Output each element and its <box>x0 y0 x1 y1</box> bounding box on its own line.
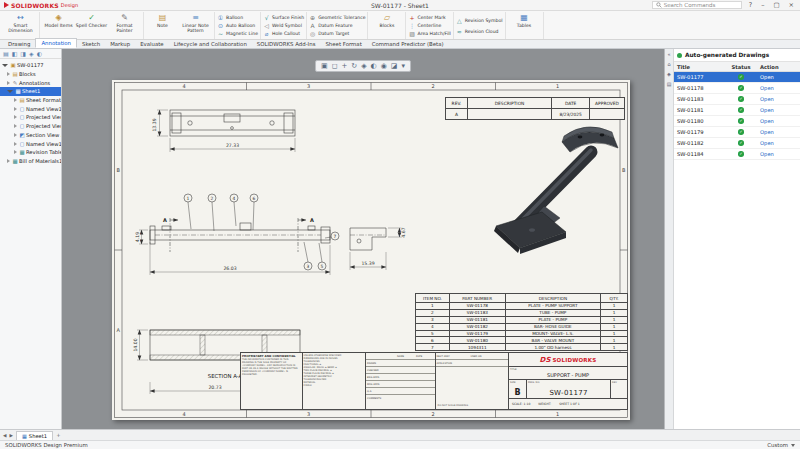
surface-finish-button[interactable]: √ Surface Finish <box>263 13 304 21</box>
center-mark-button[interactable]: + Center Mark <box>408 13 450 21</box>
hud-more-icon[interactable]: ▾ <box>401 62 405 70</box>
open-link[interactable]: Open <box>756 129 800 135</box>
drawing-row-sw-01178[interactable]: SW-01178 ✓ Open <box>674 83 800 94</box>
close-button[interactable]: × <box>787 1 796 9</box>
tree-item-annotations[interactable]: ✎ Annotations <box>0 78 61 87</box>
dim-front-width[interactable]: 26.03 <box>223 266 236 271</box>
open-link[interactable]: Open <box>756 74 800 80</box>
balloon-1[interactable]: 1 <box>187 196 190 201</box>
display-style-icon[interactable]: ◐ <box>371 62 377 70</box>
sheet-tab-sheet1[interactable]: ▦ Sheet1 <box>16 431 53 441</box>
tab-drawing[interactable]: Drawing <box>3 40 35 48</box>
featuremanager-tab-icon[interactable]: ▤ <box>3 50 9 57</box>
drawing-row-sw-01180[interactable]: SW-01180 ✓ Open <box>674 116 800 127</box>
revision-symbol-button[interactable]: △ Revision Symbol <box>456 16 503 24</box>
balloons[interactable] <box>184 194 339 270</box>
spell-checker-button[interactable]: ✓ Spell Checker <box>75 12 108 39</box>
tab-lifecycle-collaboration[interactable]: Lifecycle and Collaboration <box>169 40 252 48</box>
tab-sheet-format[interactable]: Sheet Format <box>320 40 366 48</box>
dim-top-width[interactable]: 27.33 <box>226 143 239 148</box>
drawing-row-sw-01183[interactable]: SW-01183 ✓ Open <box>674 94 800 105</box>
tab-evaluate[interactable]: Evaluate <box>135 40 169 48</box>
drawing-row-sw-01182[interactable]: SW-01182 ✓ Open <box>674 138 800 149</box>
zoom-area-icon[interactable]: ◻ <box>332 62 338 70</box>
minimize-button[interactable]: – <box>759 1 766 9</box>
tree-item-sheet-format1[interactable]: ▤ Sheet Format1 <box>0 96 61 105</box>
geometric-tolerance-button[interactable]: ⊕ Geometric Tolerance <box>309 13 365 21</box>
drawing-row-sw-01184[interactable]: SW-01184 ✓ Open <box>674 149 800 160</box>
dim-side-height[interactable]: 4.67 <box>401 227 406 237</box>
datum-feature-button[interactable]: A Datum Feature <box>309 22 365 30</box>
open-link[interactable]: Open <box>756 107 800 113</box>
maximize-button[interactable]: ▢ <box>771 1 781 9</box>
propertymanager-tab-icon[interactable]: ◧ <box>12 50 18 57</box>
dim-section-width[interactable]: 20.73 <box>208 385 221 390</box>
balloon-4[interactable]: 4 <box>233 196 236 201</box>
magnetic-line-button[interactable]: ~ Magnetic Line <box>217 30 258 38</box>
next-sheet-icon[interactable]: ▶ <box>9 433 12 438</box>
smart-dimension-button[interactable]: ↔ Smart Dimension <box>4 12 37 39</box>
configurationmanager-tab-icon[interactable]: ◨ <box>20 50 26 57</box>
help-icon[interactable]: ? <box>747 1 754 9</box>
rotate-view-icon[interactable]: ↻ <box>351 62 357 70</box>
tree-item-section-view-a-a[interactable]: ◩ Section View A-A <box>0 131 61 140</box>
datum-target-button[interactable]: ◎ Datum Target <box>309 30 365 38</box>
drawing-view-top[interactable] <box>170 110 295 136</box>
drawing-sheet[interactable]: 4 3 2 1 4 3 2 1 B A B A <box>112 80 630 420</box>
balloon-3[interactable]: 3 <box>307 264 310 269</box>
file-explorer-icon[interactable]: ▤ <box>667 81 672 87</box>
open-link[interactable]: Open <box>756 151 800 157</box>
blocks-button[interactable]: ▱ Blocks <box>370 12 403 39</box>
open-link[interactable]: Open <box>756 96 800 102</box>
hide-show-items-icon[interactable]: ◉ <box>381 62 387 70</box>
drawing-row-sw-01177[interactable]: SW-01177 ✓ Open <box>674 72 800 83</box>
auto-balloon-button[interactable]: ⊙ Auto Balloon <box>217 22 258 30</box>
tree-item-revision-table1[interactable]: ▦ Revision Table1 <box>0 148 61 157</box>
balloon-6[interactable]: 6 <box>253 196 256 201</box>
graphics-area[interactable]: ▣ ◻ + ↻ ◈ ◐ ◉ ◪ ▾ <box>62 49 664 429</box>
revision-table[interactable]: REV. DESCRIPTION DATE APPROVED A 8/23/20… <box>445 97 625 120</box>
balloon-2[interactable]: 2 <box>211 196 214 201</box>
drawing-row-sw-01179[interactable]: SW-01179 ✓ Open <box>674 127 800 138</box>
search-commands-input[interactable]: Search Commands <box>652 1 742 9</box>
drawing-row-sw-01181[interactable]: SW-01181 ✓ Open <box>674 105 800 116</box>
tab-markup[interactable]: Markup <box>105 40 135 48</box>
balloon-button[interactable]: ① Balloon <box>217 13 258 21</box>
dimxpert-tab-icon[interactable]: ◈ <box>29 50 34 57</box>
tree-item-root[interactable]: ▣ SW-01177 <box>0 61 61 70</box>
tree-item-sheet1[interactable]: ▦ Sheet1 <box>0 87 61 96</box>
area-hatch-fill-button[interactable]: ▨ Area Hatch/Fill <box>408 30 450 38</box>
drawing-view-front[interactable] <box>150 223 330 244</box>
balloon-5[interactable]: 5 <box>321 264 324 269</box>
section-view-icon[interactable]: ◪ <box>391 62 398 70</box>
open-link[interactable]: Open <box>756 118 800 124</box>
tree-item-blocks[interactable]: ▤ Blocks <box>0 70 61 79</box>
custom-properties-label[interactable]: Custom <box>767 442 788 448</box>
tab-annotation[interactable]: Annotation <box>35 38 77 48</box>
prev-sheet-icon[interactable]: ◀ <box>3 433 6 438</box>
tree-item-bill-of-materials1[interactable]: ▦ Bill of Materials1 <box>0 157 61 166</box>
tab-command-predictor[interactable]: Command Predictor (Beta) <box>367 40 449 48</box>
tab-solidworks-addins[interactable]: SOLIDWORKS Add-Ins <box>252 40 321 48</box>
tables-button[interactable]: ▦ Tables <box>508 12 541 39</box>
weld-symbol-button[interactable]: ◁ Weld Symbol <box>263 22 304 30</box>
add-sheet-icon[interactable]: + <box>56 432 60 438</box>
home-icon[interactable]: ⌂ <box>667 61 670 67</box>
tab-sketch[interactable]: Sketch <box>77 40 105 48</box>
dim-section-height[interactable]: 14.00 <box>133 338 138 351</box>
view-orientation-icon[interactable]: ◈ <box>361 62 366 70</box>
drawing-view-side[interactable] <box>350 228 386 250</box>
displaymanager-tab-icon[interactable]: ◐ <box>37 50 42 57</box>
collapse-pane-icon[interactable]: « <box>667 51 670 57</box>
balloon-7[interactable]: 7 <box>334 234 337 239</box>
tree-item-projected-view1[interactable]: ◻ Projected View1 <box>0 113 61 122</box>
tree-item-named-view12[interactable]: ◻ Named View12 <box>0 104 61 113</box>
design-library-icon[interactable]: ◈ <box>667 71 671 77</box>
chevron-down-icon[interactable] <box>791 444 795 447</box>
dim-top-depth[interactable]: 13.39 <box>152 118 157 131</box>
tree-item-projected-view2[interactable]: ◻ Projected View2 <box>0 122 61 131</box>
note-button[interactable]: ▤ Note <box>146 12 179 39</box>
revision-cloud-button[interactable]: ≈ Revision Cloud <box>456 27 503 35</box>
hole-callout-button[interactable]: ⌀ Hole Callout <box>263 30 304 38</box>
zoom-fit-icon[interactable]: ▣ <box>321 62 328 70</box>
